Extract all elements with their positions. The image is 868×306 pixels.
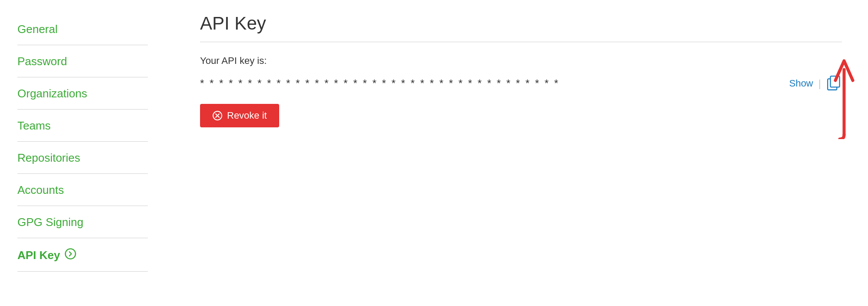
sidebar-item-general[interactable]: General xyxy=(17,13,148,45)
show-api-key-link[interactable]: Show xyxy=(789,78,813,89)
vertical-divider: | xyxy=(818,77,821,90)
sidebar-item-label: GPG Signing xyxy=(17,216,83,229)
sidebar-item-organizations[interactable]: Organizations xyxy=(17,77,148,110)
revoke-icon xyxy=(212,110,223,121)
api-key-row: * * * * * * * * * * * * * * * * * * * * … xyxy=(200,75,842,92)
sidebar-item-teams[interactable]: Teams xyxy=(17,110,148,142)
api-key-value: * * * * * * * * * * * * * * * * * * * * … xyxy=(200,77,772,90)
sidebar-item-label: Teams xyxy=(17,119,51,133)
sidebar-item-accounts[interactable]: Accounts xyxy=(17,174,148,206)
chevron-right-icon xyxy=(64,248,77,263)
sidebar-item-label: Organizations xyxy=(17,87,87,100)
copy-api-key-button[interactable] xyxy=(826,75,842,92)
revoke-button-label: Revoke it xyxy=(227,110,267,121)
sidebar-item-password[interactable]: Password xyxy=(17,45,148,77)
revoke-button-container: Revoke it xyxy=(200,104,842,127)
page-layout: General Password Organizations Teams Rep… xyxy=(0,0,868,306)
sidebar-item-label: General xyxy=(17,23,58,36)
sidebar-item-label: API Key xyxy=(17,249,60,262)
page-title: API Key xyxy=(200,13,842,42)
sidebar-item-label: Accounts xyxy=(17,183,64,197)
sidebar-item-label: Repositories xyxy=(17,151,80,165)
api-key-description: Your API key is: xyxy=(200,55,842,67)
main-content: API Key Your API key is: * * * * * * * *… xyxy=(165,0,868,306)
sidebar-item-gpg-signing[interactable]: GPG Signing xyxy=(17,206,148,238)
sidebar-item-label: Password xyxy=(17,55,67,68)
sidebar-item-repositories[interactable]: Repositories xyxy=(17,142,148,174)
copy-icon xyxy=(826,75,842,92)
revoke-api-key-button[interactable]: Revoke it xyxy=(200,104,279,127)
sidebar: General Password Organizations Teams Rep… xyxy=(0,0,165,306)
sidebar-item-api-key[interactable]: API Key xyxy=(17,238,148,272)
svg-point-0 xyxy=(66,249,76,259)
svg-rect-2 xyxy=(831,76,840,87)
